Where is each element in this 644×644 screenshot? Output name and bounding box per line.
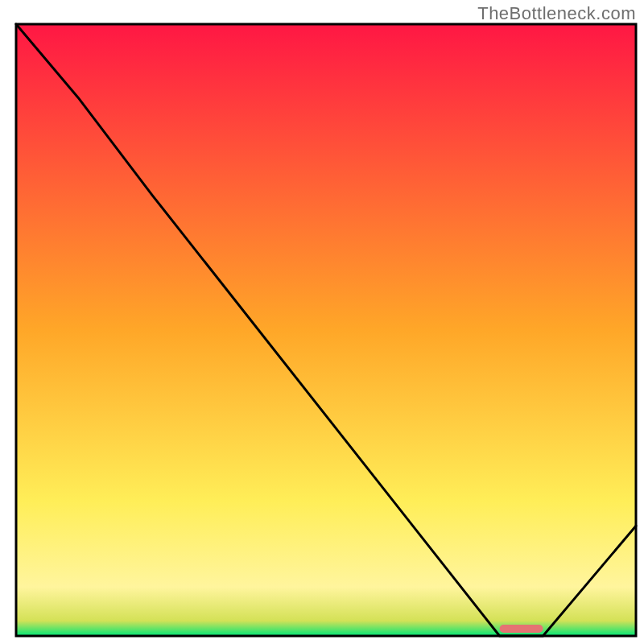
optimum-band <box>500 625 543 633</box>
chart-svg <box>0 0 644 644</box>
gradient-background <box>16 24 636 636</box>
chart-stage: TheBottleneck.com <box>0 0 644 644</box>
watermark-text: TheBottleneck.com <box>477 3 636 24</box>
